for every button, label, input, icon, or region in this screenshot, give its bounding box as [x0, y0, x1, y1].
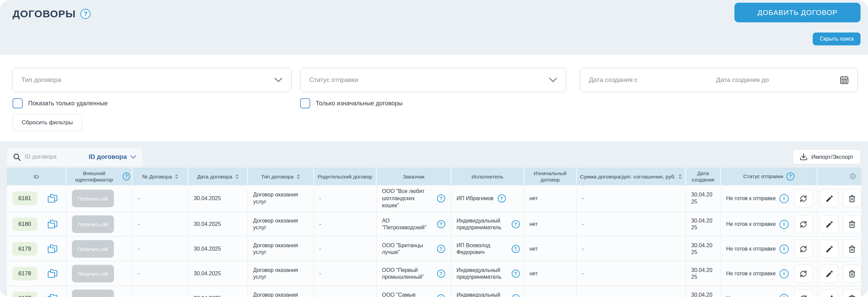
help-icon[interactable]: ?	[437, 245, 445, 253]
send-status-text: Не готов к отправке	[726, 221, 776, 228]
contract-id-badge: 6177	[12, 292, 37, 297]
col-header-contract-date[interactable]: Дата договора	[188, 168, 248, 185]
cell-customer: ООО "Самые мягкие лапки" ?	[376, 286, 451, 297]
only-deleted-checkbox[interactable]: Показать только удаленные	[13, 98, 107, 108]
import-export-button[interactable]: Импорт/Экспорт	[793, 149, 861, 164]
filter-checkbox-row: Показать только удаленные Только изначал…	[0, 98, 868, 109]
gear-icon[interactable]: ⚙	[849, 171, 859, 182]
get-cid-button[interactable]: Получить cid	[72, 290, 114, 297]
help-icon[interactable]: ?	[437, 294, 445, 297]
search-input[interactable]: ID договора	[25, 153, 57, 160]
contracts-page: ДОГОВОРЫ ? ДОБАВИТЬ ДОГОВОР Скрыть поиск…	[0, 0, 868, 297]
delete-button[interactable]	[843, 215, 861, 233]
help-icon[interactable]: ?	[437, 270, 445, 278]
cell-contract-date: 30.04.2025	[188, 185, 248, 212]
copy-icon[interactable]	[47, 219, 58, 229]
delete-button[interactable]	[843, 240, 861, 258]
help-icon[interactable]: ?	[498, 194, 506, 203]
creation-date-range-field[interactable]: Дата создания с Дата создания до	[580, 68, 858, 92]
trash-icon	[848, 270, 856, 278]
refresh-status-button[interactable]	[794, 264, 813, 283]
cell-contract-date: 30.04.2025	[188, 286, 248, 297]
delete-button[interactable]	[843, 189, 861, 208]
copy-icon[interactable]	[47, 244, 58, 254]
calendar-icon[interactable]	[840, 76, 849, 84]
col-header-created: Дата создания	[686, 168, 721, 185]
sort-icon[interactable]	[678, 174, 682, 179]
col-header-parent-contract: Родительский договор	[314, 168, 376, 185]
help-icon[interactable]: ?	[437, 220, 445, 228]
edit-button[interactable]	[820, 264, 838, 283]
customer-name: ООО "Британцы лучше"	[382, 242, 433, 256]
help-icon[interactable]: ?	[123, 172, 130, 181]
cell-number: -	[132, 212, 188, 237]
checkbox-box[interactable]	[300, 98, 310, 108]
sort-icon[interactable]	[297, 174, 300, 179]
edit-button[interactable]	[820, 215, 838, 233]
cell-actions	[817, 212, 861, 237]
help-icon[interactable]: ?	[786, 172, 794, 181]
title-help-icon[interactable]: ?	[80, 9, 91, 19]
cell-contract-date: 30.04.2025	[188, 212, 248, 237]
contracts-table: ID Внешний идентификатор? № Договора Дат…	[7, 168, 861, 297]
pencil-icon	[825, 270, 833, 278]
delete-button[interactable]	[843, 264, 861, 283]
info-icon[interactable]: i	[780, 294, 789, 297]
cell-created: 30.04.2025	[686, 212, 721, 237]
refresh-status-button[interactable]	[794, 189, 813, 208]
trash-icon	[848, 220, 856, 228]
checkbox-box[interactable]	[13, 98, 23, 108]
info-icon[interactable]: i	[780, 220, 789, 229]
col-header-executor: Исполнитель	[451, 168, 524, 185]
help-icon[interactable]: ?	[512, 245, 520, 253]
get-cid-button[interactable]: Получить cid	[72, 190, 114, 207]
add-contract-button[interactable]: ДОБАВИТЬ ДОГОВОР	[734, 3, 861, 22]
edit-button[interactable]	[820, 240, 838, 258]
send-status-placeholder: Статус отправки	[309, 76, 358, 84]
cell-contract-date: 30.04.2025	[188, 261, 248, 286]
hide-search-button[interactable]: Скрыть поиск	[813, 33, 861, 45]
get-cid-button[interactable]: Получить cid	[72, 215, 114, 233]
refresh-status-button[interactable]	[794, 289, 813, 297]
cell-send-status: Не готов к отправке i	[721, 286, 817, 297]
cell-initial: нет	[524, 185, 576, 212]
date-from-placeholder: Дата создания с	[589, 76, 638, 84]
trash-icon	[848, 294, 856, 297]
col-header-contract-type[interactable]: Тип договора	[248, 168, 314, 185]
cell-amount: -	[576, 237, 686, 261]
sort-icon[interactable]	[235, 174, 239, 179]
edit-button[interactable]	[820, 289, 838, 297]
search-field-selector[interactable]: ID договора	[89, 153, 136, 161]
col-header-number[interactable]: № Договора	[132, 168, 188, 185]
get-cid-button[interactable]: Получить cid	[72, 265, 114, 282]
delete-button[interactable]	[843, 289, 861, 297]
info-icon[interactable]: i	[780, 194, 789, 203]
copy-icon[interactable]	[47, 269, 58, 279]
only-initial-checkbox[interactable]: Только изначальные договоры	[300, 98, 402, 108]
info-icon[interactable]: i	[780, 269, 789, 278]
send-status-select[interactable]: Статус отправки	[300, 68, 566, 92]
col-header-amount[interactable]: Сумма договора/доп. соглашения, руб.	[576, 168, 686, 185]
contract-id-badge: 6178	[12, 267, 37, 280]
customer-name: ООО "Первый промышленный"	[382, 267, 433, 281]
help-icon[interactable]: ?	[512, 294, 520, 297]
help-icon[interactable]: ?	[437, 194, 445, 203]
pencil-icon	[825, 294, 833, 297]
col-header-external-id: Внешний идентификатор?	[66, 168, 132, 185]
help-icon[interactable]: ?	[512, 220, 520, 228]
refresh-status-button[interactable]	[794, 240, 813, 258]
sort-icon[interactable]	[175, 174, 178, 179]
refresh-status-button[interactable]	[794, 215, 813, 233]
edit-button[interactable]	[820, 189, 838, 208]
cell-id: 6178	[7, 261, 66, 286]
cell-id: 6177	[7, 286, 66, 297]
table-row: 6179 Получить cid - 30.04.2025 Договор о…	[7, 237, 861, 261]
reset-filters-button[interactable]: Сбросить фильтры	[13, 114, 82, 131]
help-icon[interactable]: ?	[512, 270, 520, 278]
get-cid-button[interactable]: Получить cid	[72, 240, 114, 258]
copy-icon[interactable]	[47, 294, 58, 297]
cell-contract-type: Договор оказания услуг	[248, 185, 314, 212]
info-icon[interactable]: i	[780, 245, 789, 254]
copy-icon[interactable]	[47, 194, 58, 204]
contract-type-select[interactable]: Тип договора	[12, 68, 292, 92]
